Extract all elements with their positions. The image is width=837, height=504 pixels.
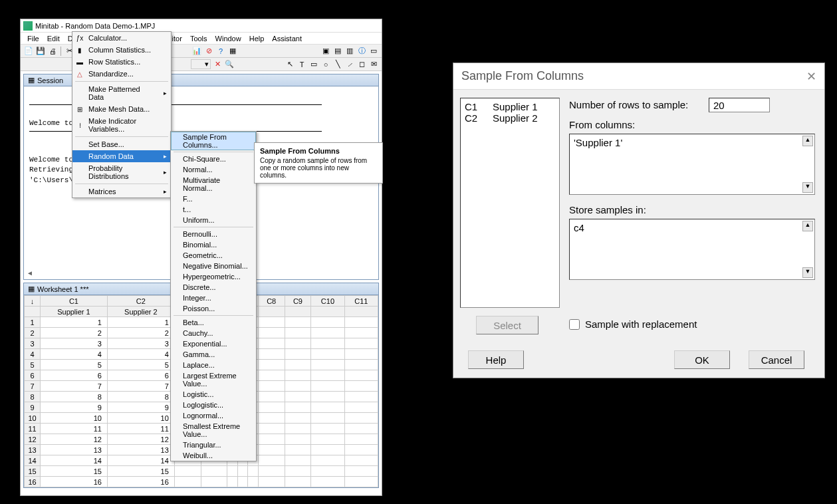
cell[interactable] [258, 392, 285, 402]
cell[interactable] [258, 328, 285, 338]
cell[interactable]: 1 [41, 317, 108, 328]
submenu-item[interactable]: Gamma... [171, 349, 256, 360]
cell[interactable] [344, 370, 378, 381]
menu-tools[interactable]: Tools [186, 33, 211, 44]
row-header[interactable]: 8 [25, 392, 41, 402]
cell[interactable] [344, 349, 378, 360]
col-header[interactable]: C10 [311, 296, 344, 307]
text-icon[interactable]: T [297, 59, 307, 70]
cell[interactable] [227, 477, 238, 487]
pointer-icon[interactable]: ↖ [285, 59, 295, 70]
row-header[interactable]: 10 [25, 413, 41, 424]
row-header[interactable]: 15 [25, 466, 41, 477]
cell[interactable] [248, 466, 259, 477]
cell[interactable] [311, 392, 344, 402]
cell[interactable] [285, 370, 311, 381]
cell[interactable] [237, 466, 248, 477]
search-icon[interactable]: 🔍 [224, 59, 235, 70]
cell[interactable] [311, 477, 344, 487]
cell[interactable] [311, 349, 344, 360]
row-header[interactable]: 12 [25, 434, 41, 445]
col-name[interactable]: Supplier 1 [41, 307, 108, 317]
cell[interactable] [311, 328, 344, 338]
row-header[interactable]: 6 [25, 370, 41, 381]
submenu-item[interactable]: Loglogistic... [171, 400, 256, 410]
submenu-item[interactable]: Lognormal... [171, 410, 256, 421]
menu-window[interactable]: Window [211, 33, 245, 44]
col-header[interactable]: C8 [258, 296, 285, 307]
cell[interactable] [344, 424, 378, 434]
cell[interactable]: 3 [41, 338, 108, 349]
cell[interactable] [311, 445, 344, 455]
cell[interactable] [344, 455, 378, 466]
help-button[interactable]: Help [468, 350, 524, 369]
cell[interactable] [285, 381, 311, 392]
close-icon[interactable]: ✕ [806, 69, 816, 84]
sample-with-replacement-checkbox[interactable]: Sample with replacement [569, 318, 697, 330]
submenu-item[interactable]: Normal... [171, 164, 256, 175]
col-header[interactable]: C9 [285, 296, 311, 307]
submenu-item[interactable]: Laplace... [171, 360, 256, 370]
submenu-item[interactable]: Chi-Square... [171, 154, 256, 164]
cell[interactable]: 9 [41, 402, 108, 413]
list-item[interactable]: C1Supplier 1 [463, 101, 556, 112]
window-icon-2[interactable]: ▤ [332, 46, 343, 57]
cell[interactable] [258, 455, 285, 466]
cell[interactable] [285, 434, 311, 445]
store-samples-textarea[interactable]: c4 ▲ ▼ [569, 219, 815, 280]
cell[interactable] [248, 477, 259, 487]
cell[interactable] [344, 445, 378, 455]
cell[interactable] [258, 445, 285, 455]
cell[interactable] [201, 477, 227, 487]
row-header[interactable]: 7 [25, 381, 41, 392]
cell[interactable] [344, 360, 378, 370]
cell[interactable]: 2 [107, 328, 174, 338]
menu-calculator[interactable]: ƒxCalculator... [72, 32, 171, 44]
cell[interactable]: 12 [41, 434, 108, 445]
cell[interactable] [258, 349, 285, 360]
row-header[interactable]: 4 [25, 349, 41, 360]
submenu-item[interactable]: Multivariate Normal... [171, 175, 256, 193]
rect-icon[interactable]: ▭ [308, 59, 319, 70]
cell[interactable] [311, 381, 344, 392]
cell[interactable] [311, 455, 344, 466]
cell[interactable] [344, 466, 378, 477]
close-red-icon[interactable]: ✕ [212, 59, 223, 70]
cell[interactable]: 8 [107, 392, 174, 402]
row-header[interactable]: 9 [25, 402, 41, 413]
window-icon-3[interactable]: ▥ [344, 46, 355, 57]
menu-row-stats[interactable]: ▬Row Statistics... [72, 56, 171, 68]
submenu-item[interactable]: Cauchy... [171, 328, 256, 338]
cell[interactable]: 2 [41, 328, 108, 338]
cell[interactable] [344, 434, 378, 445]
cell[interactable]: 3 [107, 338, 174, 349]
cell[interactable]: 7 [107, 381, 174, 392]
row-header[interactable]: 1 [25, 317, 41, 328]
cell[interactable] [344, 328, 378, 338]
cell[interactable] [174, 466, 201, 477]
row-header[interactable]: 16 [25, 477, 41, 487]
cell[interactable] [258, 424, 285, 434]
cell[interactable]: 8 [41, 392, 108, 402]
menu-indicator-vars[interactable]: ⁞Make Indicator Variables... [72, 115, 171, 135]
cell[interactable] [311, 466, 344, 477]
scroll-left-icon[interactable]: ◄ [27, 269, 33, 277]
cell[interactable] [311, 434, 344, 445]
cell[interactable]: 7 [41, 381, 108, 392]
submenu-sample-from-columns[interactable]: Sample From Columns... [171, 132, 256, 150]
submenu-item[interactable]: Triangular... [171, 440, 256, 450]
cell[interactable] [285, 349, 311, 360]
select-button[interactable]: Select [476, 316, 538, 334]
menu-file[interactable]: File [23, 33, 43, 44]
cell[interactable]: 9 [107, 402, 174, 413]
cell[interactable]: 1 [107, 317, 174, 328]
dialog-titlebar[interactable]: Sample From Columns ✕ [453, 63, 824, 90]
submenu-item[interactable]: Geometric... [171, 250, 256, 261]
submenu-item[interactable]: Logistic... [171, 389, 256, 400]
corner-cell[interactable]: ↓ [25, 296, 41, 307]
cell[interactable] [285, 317, 311, 328]
window-icon-1[interactable]: ▣ [320, 46, 331, 57]
list-item[interactable]: C2Supplier 2 [463, 112, 556, 124]
cell[interactable]: 6 [41, 370, 108, 381]
chart-icon[interactable]: 📊 [191, 46, 202, 57]
